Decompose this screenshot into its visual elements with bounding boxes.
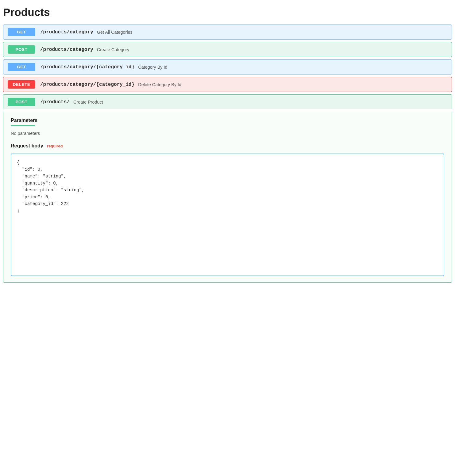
endpoint-row-get-category-by-id[interactable]: GET /products/category/{category_id} Cat… [3, 59, 452, 74]
endpoint-description: Create Category [97, 47, 129, 52]
endpoint-description: Delete Category By Id [138, 82, 181, 87]
method-badge-get: GET [8, 28, 35, 36]
endpoint-path: /products/category [40, 29, 93, 35]
no-parameters-text: No parameters [11, 131, 444, 136]
endpoint-path: /products/ [40, 99, 70, 105]
endpoint-row-post-create-product[interactable]: POST /products/ Create Product [3, 94, 452, 109]
method-badge-post: POST [8, 98, 35, 106]
request-body-label: Request body [11, 143, 43, 148]
endpoint-row-get-all-categories[interactable]: GET /products/category Get All Categorie… [3, 25, 452, 40]
request-body-heading: Request body required [11, 143, 444, 149]
endpoint-row-delete-category-by-id[interactable]: DELETE /products/category/{category_id} … [3, 77, 452, 92]
method-badge-post: POST [8, 45, 35, 54]
endpoint-row-post-create-category[interactable]: POST /products/category Create Category [3, 42, 452, 57]
expanded-post-section: Parameters No parameters Request body re… [3, 112, 452, 283]
endpoint-path: /products/category [40, 47, 93, 52]
endpoint-description: Create Product [73, 100, 103, 105]
page-title: Products [3, 6, 452, 18]
endpoint-path: /products/category/{category_id} [40, 82, 134, 87]
parameters-heading: Parameters [11, 118, 444, 123]
required-badge: required [47, 144, 63, 148]
endpoint-path: /products/category/{category_id} [40, 64, 134, 70]
endpoint-description: Category By Id [138, 65, 167, 70]
endpoint-description: Get All Categories [97, 30, 133, 35]
parameters-underline [11, 125, 35, 126]
json-editor[interactable]: { "id": 0, "name": "string", "quantity":… [11, 154, 444, 276]
method-badge-delete: DELETE [8, 80, 35, 89]
method-badge-get: GET [8, 63, 35, 71]
